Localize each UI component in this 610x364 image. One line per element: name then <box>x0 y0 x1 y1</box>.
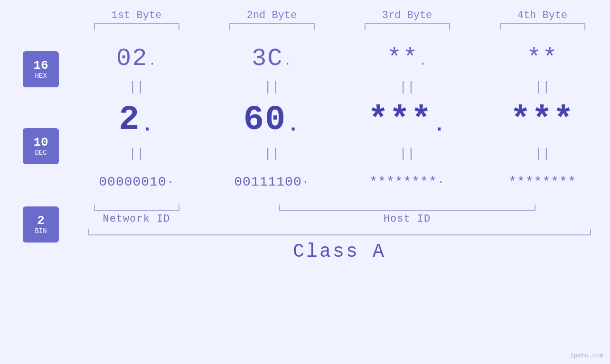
class-bracket <box>88 229 591 235</box>
dec-byte-2: 60 <box>244 101 286 140</box>
hex-dot-3: . <box>420 55 426 73</box>
network-id-label: Network ID <box>69 213 204 225</box>
bin-byte-1-group: 00000010 . <box>69 175 204 189</box>
host-bracket-cell <box>204 205 610 211</box>
bin-byte-2: 00111100 <box>234 175 301 189</box>
eq-5: || <box>69 146 204 161</box>
eq-1: || <box>69 80 204 94</box>
eq-2: || <box>204 80 339 94</box>
eq-3: || <box>339 80 475 94</box>
bin-byte-3-group: ******** . <box>339 175 475 189</box>
bin-byte-3: ******** <box>369 175 437 189</box>
equals-row-1: || || || || <box>69 77 610 96</box>
dec-byte-4: *** <box>510 101 575 140</box>
bracket-line-2 <box>229 23 315 30</box>
bin-byte-2-group: 00111100 . <box>204 175 339 189</box>
hex-byte-4-group: ** <box>475 45 610 73</box>
dec-dot-2: . <box>287 114 299 140</box>
top-bracket-4 <box>475 23 610 30</box>
dec-byte-1-group: 2 . <box>69 101 204 140</box>
hex-byte-3: ** <box>387 45 418 73</box>
bin-base-number: 2 <box>37 214 45 228</box>
watermark: ipshu.com <box>570 352 603 359</box>
hex-badge: 16 HEX <box>23 51 59 87</box>
top-brackets-row <box>69 23 610 30</box>
net-bracket-cell <box>69 205 204 211</box>
bin-dot-3: . <box>438 175 444 189</box>
hex-dot-2: . <box>284 55 291 73</box>
dec-byte-3: *** <box>368 101 432 140</box>
dec-byte-2-group: 60 . <box>204 101 339 140</box>
hex-byte-2-group: 3C . <box>204 45 339 73</box>
big-bracket-row <box>69 229 610 235</box>
hex-base-label: HEX <box>35 72 47 80</box>
bracket-line-4 <box>500 23 585 30</box>
hex-values-row: 02 . 3C . ** . ** <box>69 39 610 77</box>
byte-label-3: 3rd Byte <box>339 9 475 21</box>
bracket-line-1 <box>94 23 179 30</box>
bottom-section: Network ID Host ID Class A <box>69 205 610 262</box>
eq-4: || <box>475 80 610 94</box>
top-bracket-1 <box>69 23 204 30</box>
hex-byte-1: 02 <box>116 45 148 73</box>
bin-values-row: 00000010 . 00111100 . ******** . *******… <box>69 163 610 201</box>
dec-base-number: 10 <box>33 136 48 149</box>
bin-byte-4-group: ******** <box>475 175 610 189</box>
dec-badge: 10 DEC <box>23 128 59 164</box>
byte-label-2: 2nd Byte <box>204 9 339 21</box>
class-label: Class A <box>293 241 386 262</box>
bin-dot-1: . <box>168 175 173 189</box>
bin-badge: 2 BIN <box>23 206 59 243</box>
host-bracket <box>279 205 535 211</box>
hex-dot-1: . <box>149 55 156 73</box>
bracket-line-3 <box>365 23 450 30</box>
bin-byte-4: ******** <box>508 175 576 189</box>
dec-dot-1: . <box>141 114 153 140</box>
bottom-brackets <box>69 205 610 211</box>
dec-byte-4-group: *** <box>475 101 610 140</box>
class-label-row: Class A <box>69 241 610 262</box>
hex-byte-2: 3C <box>252 45 283 73</box>
hex-byte-4: ** <box>526 45 558 73</box>
dec-byte-1: 2 <box>119 101 140 140</box>
top-bracket-2 <box>204 23 339 30</box>
dec-byte-3-group: *** . <box>339 101 475 140</box>
dec-values-row: 2 . 60 . *** . *** <box>69 96 610 144</box>
eq-6: || <box>204 146 339 161</box>
content-area: 1st Byte 2nd Byte 3rd Byte 4th Byte 02 <box>69 0 610 364</box>
hex-byte-1-group: 02 . <box>69 45 204 73</box>
top-bracket-3 <box>339 23 475 30</box>
hex-byte-3-group: ** . <box>339 45 475 73</box>
main-container: 16 HEX 10 DEC 2 BIN 1st Byte 2nd Byte 3r… <box>0 0 610 364</box>
bin-base-label: BIN <box>35 227 47 235</box>
byte-label-4: 4th Byte <box>475 9 610 21</box>
dec-dot-3: . <box>433 114 445 140</box>
bin-dot-2: . <box>303 175 309 189</box>
byte-label-1: 1st Byte <box>69 9 204 21</box>
dec-base-label: DEC <box>35 149 47 157</box>
equals-row-2: || || || || <box>69 144 610 163</box>
hex-base-number: 16 <box>33 59 48 73</box>
network-bracket <box>94 205 179 211</box>
byte-labels-row: 1st Byte 2nd Byte 3rd Byte 4th Byte <box>69 0 610 21</box>
eq-8: || <box>475 146 610 161</box>
id-labels-row: Network ID Host ID <box>69 213 610 225</box>
host-id-label: Host ID <box>204 213 610 225</box>
bin-byte-1: 00000010 <box>99 175 166 189</box>
eq-7: || <box>339 146 475 161</box>
